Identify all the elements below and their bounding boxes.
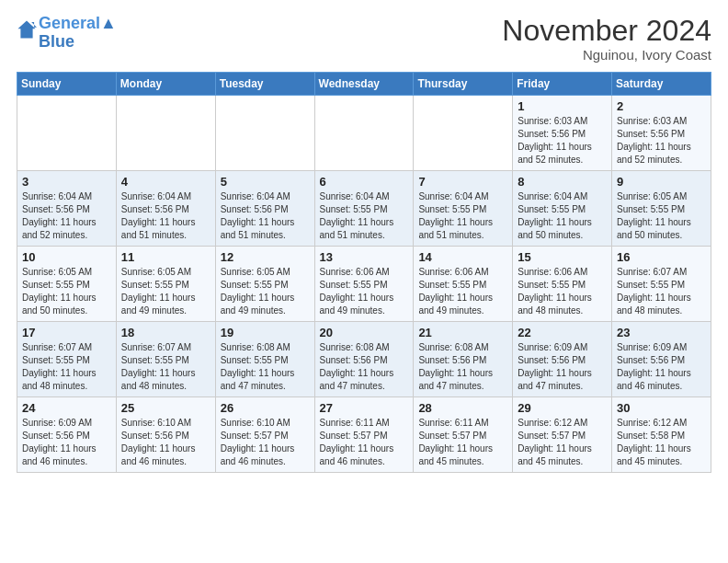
- day-number: 12: [221, 250, 310, 264]
- calendar-cell: 12Sunrise: 6:05 AMSunset: 5:55 PMDayligh…: [215, 247, 314, 322]
- day-info: Sunrise: 6:09 AMSunset: 5:56 PMDaylight:…: [22, 417, 111, 468]
- day-info: Sunrise: 6:12 AMSunset: 5:57 PMDaylight:…: [518, 417, 607, 468]
- calendar-cell: [116, 96, 215, 171]
- calendar-week-row: 1Sunrise: 6:03 AMSunset: 5:56 PMDaylight…: [17, 96, 711, 171]
- day-number: 24: [22, 401, 111, 415]
- calendar-header-row: SundayMondayTuesdayWednesdayThursdayFrid…: [17, 73, 711, 96]
- day-info: Sunrise: 6:12 AMSunset: 5:58 PMDaylight:…: [617, 417, 706, 468]
- calendar-cell: 8Sunrise: 6:04 AMSunset: 5:55 PMDaylight…: [513, 171, 612, 247]
- day-number: 26: [221, 401, 310, 415]
- calendar-cell: 22Sunrise: 6:09 AMSunset: 5:56 PMDayligh…: [513, 322, 612, 397]
- day-number: 19: [221, 326, 310, 339]
- calendar-week-row: 3Sunrise: 6:04 AMSunset: 5:56 PMDaylight…: [17, 171, 711, 247]
- logo-text: General▲ Blue: [39, 15, 117, 52]
- weekday-header: Thursday: [414, 73, 513, 96]
- day-number: 21: [418, 326, 507, 339]
- day-number: 23: [617, 326, 706, 339]
- day-info: Sunrise: 6:04 AMSunset: 5:56 PMDaylight:…: [22, 190, 111, 242]
- calendar-cell: 1Sunrise: 6:03 AMSunset: 5:56 PMDaylight…: [513, 96, 612, 171]
- day-number: 15: [518, 250, 607, 264]
- title-block: November 2024 Nguinou, Ivory Coast: [502, 15, 711, 63]
- calendar-cell: [215, 96, 314, 171]
- calendar-cell: [17, 96, 117, 171]
- logo: General▲ Blue: [17, 15, 117, 52]
- day-number: 17: [22, 326, 111, 339]
- day-number: 1: [518, 99, 607, 113]
- day-info: Sunrise: 6:03 AMSunset: 5:56 PMDaylight:…: [518, 115, 607, 167]
- day-number: 7: [418, 175, 507, 189]
- calendar-cell: 9Sunrise: 6:05 AMSunset: 5:55 PMDaylight…: [612, 171, 711, 247]
- day-info: Sunrise: 6:04 AMSunset: 5:55 PMDaylight:…: [320, 190, 409, 242]
- day-info: Sunrise: 6:06 AMSunset: 5:55 PMDaylight:…: [518, 266, 607, 317]
- day-info: Sunrise: 6:04 AMSunset: 5:55 PMDaylight:…: [518, 190, 607, 242]
- calendar-cell: 4Sunrise: 6:04 AMSunset: 5:56 PMDaylight…: [116, 171, 215, 247]
- day-number: 4: [121, 175, 210, 189]
- calendar-cell: 3Sunrise: 6:04 AMSunset: 5:56 PMDaylight…: [17, 171, 117, 247]
- day-number: 13: [320, 250, 409, 264]
- day-info: Sunrise: 6:03 AMSunset: 5:56 PMDaylight:…: [617, 115, 706, 167]
- day-number: 2: [617, 99, 706, 113]
- day-number: 20: [320, 326, 409, 339]
- day-number: 9: [617, 175, 706, 189]
- calendar-cell: 29Sunrise: 6:12 AMSunset: 5:57 PMDayligh…: [513, 397, 612, 473]
- day-number: 11: [121, 250, 210, 264]
- day-info: Sunrise: 6:04 AMSunset: 5:56 PMDaylight:…: [221, 190, 310, 242]
- day-number: 29: [518, 401, 607, 415]
- day-info: Sunrise: 6:05 AMSunset: 5:55 PMDaylight:…: [221, 266, 310, 317]
- logo-icon: [17, 19, 37, 40]
- day-number: 30: [617, 401, 706, 415]
- calendar-cell: 14Sunrise: 6:06 AMSunset: 5:55 PMDayligh…: [414, 247, 513, 322]
- day-number: 27: [320, 401, 409, 415]
- day-number: 10: [22, 250, 111, 264]
- day-info: Sunrise: 6:09 AMSunset: 5:56 PMDaylight:…: [617, 341, 706, 393]
- day-number: 22: [518, 326, 607, 339]
- day-info: Sunrise: 6:04 AMSunset: 5:55 PMDaylight:…: [418, 190, 507, 242]
- day-info: Sunrise: 6:08 AMSunset: 5:55 PMDaylight:…: [221, 341, 310, 393]
- day-info: Sunrise: 6:08 AMSunset: 5:56 PMDaylight:…: [418, 341, 507, 393]
- day-info: Sunrise: 6:05 AMSunset: 5:55 PMDaylight:…: [22, 266, 111, 317]
- calendar-cell: [414, 96, 513, 171]
- day-number: 8: [518, 175, 607, 189]
- calendar-cell: 20Sunrise: 6:08 AMSunset: 5:56 PMDayligh…: [314, 322, 414, 397]
- day-number: 25: [121, 401, 210, 415]
- calendar-week-row: 10Sunrise: 6:05 AMSunset: 5:55 PMDayligh…: [17, 247, 711, 322]
- calendar-cell: 27Sunrise: 6:11 AMSunset: 5:57 PMDayligh…: [314, 397, 414, 473]
- day-number: 18: [121, 326, 210, 339]
- weekday-header: Monday: [116, 73, 215, 96]
- day-info: Sunrise: 6:06 AMSunset: 5:55 PMDaylight:…: [320, 266, 409, 317]
- calendar-cell: 30Sunrise: 6:12 AMSunset: 5:58 PMDayligh…: [612, 397, 711, 473]
- calendar-cell: 10Sunrise: 6:05 AMSunset: 5:55 PMDayligh…: [17, 247, 117, 322]
- day-info: Sunrise: 6:05 AMSunset: 5:55 PMDaylight:…: [617, 190, 706, 242]
- calendar-cell: 7Sunrise: 6:04 AMSunset: 5:55 PMDaylight…: [414, 171, 513, 247]
- day-info: Sunrise: 6:08 AMSunset: 5:56 PMDaylight:…: [320, 341, 409, 393]
- weekday-header: Saturday: [612, 73, 711, 96]
- calendar-cell: 16Sunrise: 6:07 AMSunset: 5:55 PMDayligh…: [612, 247, 711, 322]
- calendar-cell: 28Sunrise: 6:11 AMSunset: 5:57 PMDayligh…: [414, 397, 513, 473]
- month-title: November 2024: [502, 15, 711, 47]
- day-number: 28: [418, 401, 507, 415]
- day-info: Sunrise: 6:11 AMSunset: 5:57 PMDaylight:…: [320, 417, 409, 468]
- day-info: Sunrise: 6:09 AMSunset: 5:56 PMDaylight:…: [518, 341, 607, 393]
- calendar-cell: 18Sunrise: 6:07 AMSunset: 5:55 PMDayligh…: [116, 322, 215, 397]
- calendar-week-row: 17Sunrise: 6:07 AMSunset: 5:55 PMDayligh…: [17, 322, 711, 397]
- calendar-cell: [314, 96, 414, 171]
- calendar-table: SundayMondayTuesdayWednesdayThursdayFrid…: [17, 72, 711, 473]
- day-info: Sunrise: 6:07 AMSunset: 5:55 PMDaylight:…: [617, 266, 706, 317]
- calendar-cell: 19Sunrise: 6:08 AMSunset: 5:55 PMDayligh…: [215, 322, 314, 397]
- day-number: 5: [221, 175, 310, 189]
- header: General▲ Blue November 2024 Nguinou, Ivo…: [17, 15, 711, 63]
- calendar-cell: 24Sunrise: 6:09 AMSunset: 5:56 PMDayligh…: [17, 397, 117, 473]
- day-info: Sunrise: 6:07 AMSunset: 5:55 PMDaylight:…: [22, 341, 111, 393]
- calendar-cell: 17Sunrise: 6:07 AMSunset: 5:55 PMDayligh…: [17, 322, 117, 397]
- calendar-cell: 2Sunrise: 6:03 AMSunset: 5:56 PMDaylight…: [612, 96, 711, 171]
- weekday-header: Tuesday: [215, 73, 314, 96]
- day-number: 6: [320, 175, 409, 189]
- logo-line1: General: [39, 14, 100, 32]
- weekday-header: Wednesday: [314, 73, 414, 96]
- day-info: Sunrise: 6:07 AMSunset: 5:55 PMDaylight:…: [121, 341, 210, 393]
- calendar-cell: 11Sunrise: 6:05 AMSunset: 5:55 PMDayligh…: [116, 247, 215, 322]
- calendar-cell: 21Sunrise: 6:08 AMSunset: 5:56 PMDayligh…: [414, 322, 513, 397]
- calendar-cell: 25Sunrise: 6:10 AMSunset: 5:56 PMDayligh…: [116, 397, 215, 473]
- day-info: Sunrise: 6:04 AMSunset: 5:56 PMDaylight:…: [121, 190, 210, 242]
- day-number: 16: [617, 250, 706, 264]
